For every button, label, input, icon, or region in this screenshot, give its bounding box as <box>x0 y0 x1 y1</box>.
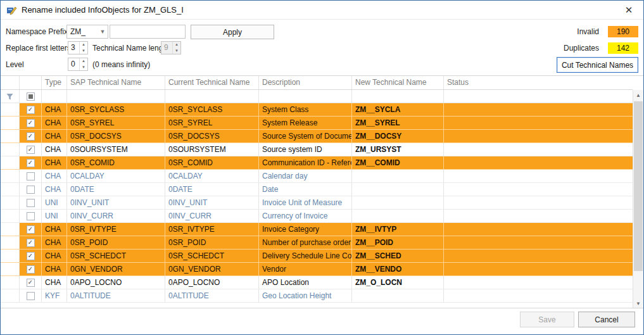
table-row[interactable]: UNI0INV_UNIT0INV_UNITInvoice Unit of Mea… <box>1 196 633 210</box>
table-row[interactable]: ✓CHA0SR_DOCSYS0SR_DOCSYSSource System of… <box>1 130 633 143</box>
row-checkbox[interactable]: ✓ <box>27 279 35 287</box>
row-checkbox[interactable] <box>27 212 35 220</box>
namespace-prefix-combo[interactable]: ZM_ ▼ <box>66 25 108 39</box>
row-checkbox[interactable] <box>27 186 35 194</box>
row-select-cell[interactable] <box>20 170 42 182</box>
row-select-cell[interactable] <box>20 183 42 196</box>
cell-type: CHA <box>42 263 67 275</box>
row-select-cell[interactable]: ✓ <box>20 223 42 236</box>
table-row[interactable]: ✓CHA0SR_COMID0SR_COMIDCommunication ID -… <box>1 156 633 170</box>
scroll-up-icon[interactable]: ▲ <box>633 90 643 101</box>
row-select-cell[interactable]: ✓ <box>20 276 42 289</box>
row-select-cell[interactable]: ✓ <box>20 103 42 116</box>
column-header-sap-technical-name[interactable]: SAP Technical Name <box>67 76 165 89</box>
cell-type: CHA <box>42 143 67 156</box>
row-checkbox[interactable]: ✓ <box>27 106 35 114</box>
controls-panel: Namespace Prefix ZM_ ▼ Apply Replace fir… <box>1 20 643 75</box>
spin-up-icon[interactable]: ▲ <box>80 42 87 48</box>
table-row[interactable]: ✓CHA0GN_VENDOR0GN_VENDORVendorZM__VENDO <box>1 263 633 276</box>
row-checkbox[interactable]: ✓ <box>27 119 35 127</box>
table-row[interactable]: ✓CHA0SR_IVTYPE0SR_IVTYPEInvoice Category… <box>1 223 633 236</box>
row-indicator <box>1 236 20 249</box>
namespace-suffix-input[interactable] <box>110 25 186 39</box>
row-checkbox[interactable]: ✓ <box>27 225 35 234</box>
row-select-cell[interactable] <box>20 196 42 209</box>
column-header-current-technical-name[interactable]: Current Technical Name <box>165 76 259 89</box>
row-select-cell[interactable]: ✓ <box>20 250 42 262</box>
table-row[interactable]: KYF0ALTITUDE0ALTITUDEGeo Location Height <box>1 289 633 303</box>
scroll-down-icon[interactable]: ▼ <box>633 298 643 308</box>
cell-new-technical-name: ZM__IVTYP <box>352 223 444 236</box>
scrollbar-thumb[interactable] <box>634 101 643 271</box>
close-icon[interactable]: ✕ <box>619 1 638 20</box>
filter-cell-new[interactable] <box>352 90 444 103</box>
row-select-cell[interactable]: ✓ <box>20 117 42 129</box>
column-header-status[interactable]: Status <box>444 76 633 89</box>
apply-button[interactable]: Apply <box>191 25 274 39</box>
cell-sap-technical-name: 0SR_SYCLASS <box>67 103 165 116</box>
row-checkbox[interactable]: ✓ <box>27 265 35 274</box>
spin-down-icon[interactable]: ▼ <box>80 65 87 71</box>
filter-cell-status[interactable] <box>444 90 633 103</box>
row-select-cell[interactable]: ✓ <box>20 143 42 156</box>
select-all-checkbox[interactable] <box>27 92 35 101</box>
scrollbar-track[interactable] <box>633 101 643 298</box>
row-select-cell[interactable]: ✓ <box>20 130 42 142</box>
replace-first-letters-spinner[interactable]: 3 ▲▼ <box>68 41 88 54</box>
cell-description: System Class <box>259 103 352 116</box>
row-indicator <box>1 170 20 182</box>
table-row[interactable]: ✓CHA0SR_SYCLASS0SR_SYCLASSSystem ClassZM… <box>1 103 633 117</box>
save-button[interactable]: Save <box>520 312 574 327</box>
table-row[interactable]: CHA0DATE0DATEDate <box>1 183 633 196</box>
filter-icon-cell[interactable] <box>1 90 20 103</box>
row-checkbox[interactable] <box>27 292 35 300</box>
table-row[interactable]: ✓CHA0SOURSYSTEM0SOURSYSTEMSource system … <box>1 143 633 156</box>
table-row[interactable]: ✓CHA0APO_LOCNO0APO_LOCNOAPO LocationZM_O… <box>1 276 633 289</box>
table-row[interactable]: ✓CHA0SR_POID0SR_POIDNumber of purchase o… <box>1 236 633 250</box>
row-select-cell[interactable] <box>20 210 42 222</box>
cell-description: Source system ID <box>259 143 352 156</box>
row-checkbox[interactable] <box>27 199 35 207</box>
filter-cell-sap[interactable] <box>67 90 165 103</box>
row-select-cell[interactable] <box>20 289 42 302</box>
filter-cell-type[interactable] <box>42 90 67 103</box>
row-checkbox[interactable]: ✓ <box>27 146 35 154</box>
cell-description: Vendor <box>259 263 352 275</box>
select-all-cell[interactable] <box>20 90 42 103</box>
level-hint: (0 means infinity) <box>92 58 150 72</box>
spin-down-icon[interactable]: ▼ <box>80 48 87 54</box>
invalid-label: Invalid <box>577 25 599 39</box>
column-header-new-technical-name[interactable]: New Technical Name <box>352 76 444 89</box>
cell-current-technical-name: 0SR_COMID <box>165 156 259 169</box>
row-select-cell[interactable]: ✓ <box>20 156 42 169</box>
row-select-cell[interactable]: ✓ <box>20 263 42 275</box>
column-header-description[interactable]: Description <box>259 76 352 89</box>
table-row[interactable]: UNI0INV_CURR0INV_CURRCurrency of Invoice <box>1 210 633 223</box>
row-checkbox[interactable]: ✓ <box>27 132 35 141</box>
header-indicator-cell <box>1 76 20 89</box>
table-row[interactable]: CHA0CALDAY0CALDAYCalendar day <box>1 170 633 183</box>
cell-sap-technical-name: 0SR_IVTYPE <box>67 223 165 236</box>
chevron-down-icon[interactable]: ▼ <box>98 28 108 35</box>
table-row[interactable]: ✓CHA0SR_SYREL0SR_SYRELSystem ReleaseZM__… <box>1 117 633 130</box>
filter-cell-current[interactable] <box>165 90 259 103</box>
row-select-cell[interactable]: ✓ <box>20 236 42 249</box>
cut-technical-names-button[interactable]: Cut Technical Names <box>557 57 638 73</box>
cancel-button[interactable]: Cancel <box>578 312 635 327</box>
table-row[interactable]: ✓CHA0SR_SCHEDCT0SR_SCHEDCTDelivery Sched… <box>1 250 633 263</box>
row-checkbox[interactable] <box>27 172 35 180</box>
spin-up-icon[interactable]: ▲ <box>80 58 87 65</box>
row-indicator <box>1 223 20 236</box>
cell-description: Source System of Document <box>259 130 352 142</box>
column-header-type[interactable]: Type <box>42 76 67 89</box>
filter-cell-description[interactable] <box>259 90 352 103</box>
row-checkbox[interactable]: ✓ <box>27 252 35 260</box>
dialog-title: Rename included InfoObjects for ZM_GLS_I <box>22 5 184 15</box>
cell-current-technical-name: 0CALDAY <box>165 170 259 182</box>
level-spinner[interactable]: 0 ▲▼ <box>68 58 88 71</box>
vertical-scrollbar[interactable]: ▲ ▼ <box>633 90 643 308</box>
cell-new-technical-name: ZM__SYREL <box>352 117 444 129</box>
row-checkbox[interactable]: ✓ <box>27 239 35 247</box>
technical-name-length-value: 9 <box>161 42 172 54</box>
row-checkbox[interactable]: ✓ <box>27 159 35 167</box>
